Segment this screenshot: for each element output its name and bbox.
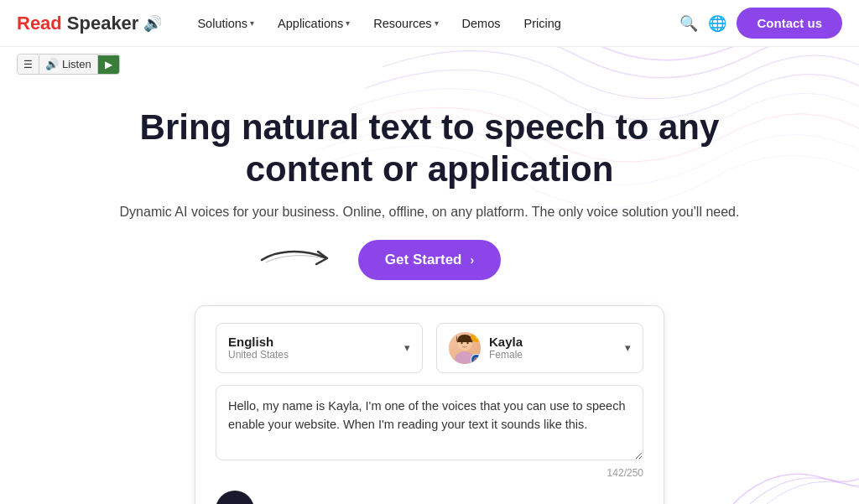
get-started-button[interactable]: Get Started › xyxy=(358,240,501,280)
nav-item-applications[interactable]: Applications ▾ xyxy=(268,12,360,35)
language-info: English United States xyxy=(228,335,289,361)
chevron-right-icon: › xyxy=(470,253,474,267)
demo-play-row: ▶ xyxy=(216,491,643,504)
hero-section: Bring natural text to speech to any cont… xyxy=(0,81,859,288)
nav-item-demos[interactable]: Demos xyxy=(452,12,511,35)
demo-card: English United States ▾ xyxy=(195,305,664,504)
logo-speaker: Speaker xyxy=(67,13,139,34)
listen-bar: ☰ 🔊 Listen ▶ xyxy=(17,54,120,75)
chevron-down-icon: ▾ xyxy=(346,18,350,28)
demo-selects: English United States ▾ xyxy=(216,323,643,373)
nav-item-pricing[interactable]: Pricing xyxy=(514,12,571,35)
navbar: ReadSpeaker 🔊 Solutions ▾ Applications ▾… xyxy=(0,0,859,47)
chevron-down-icon: ▾ xyxy=(625,341,631,354)
cta-wrapper: Get Started › xyxy=(358,240,501,280)
logo[interactable]: ReadSpeaker 🔊 xyxy=(17,13,162,34)
search-icon[interactable]: 🔍 xyxy=(679,14,698,33)
voice-info: ★ 🇺🇸 Kayla Female xyxy=(449,332,523,364)
voice-gender: Female xyxy=(489,349,523,361)
hero-heading: Bring natural text to speech to any cont… xyxy=(94,107,765,191)
logo-read: Read xyxy=(17,13,62,34)
listen-forward-button[interactable]: ▶ xyxy=(98,55,119,74)
speaker-icon: 🔊 xyxy=(45,58,59,70)
chevron-down-icon: ▾ xyxy=(250,18,254,28)
us-flag-icon: 🇺🇸 xyxy=(471,354,481,364)
contact-button[interactable]: Contact us xyxy=(737,8,842,39)
hero-subheading: Dynamic AI voices for your business. Onl… xyxy=(34,205,825,220)
language-label: English xyxy=(228,335,289,349)
logo-sound-icon: 🔊 xyxy=(143,14,162,33)
nav-actions: 🔍 🌐 Contact us xyxy=(679,8,842,39)
play-icon: ▶ xyxy=(231,501,242,504)
svg-point-3 xyxy=(466,342,468,344)
voice-select[interactable]: ★ 🇺🇸 Kayla Female ▾ xyxy=(436,323,643,373)
listen-play-button[interactable]: 🔊 Listen xyxy=(39,55,98,74)
arrow-decoration xyxy=(258,239,350,281)
listen-menu-button[interactable]: ☰ xyxy=(18,55,39,74)
demo-play-button[interactable]: ▶ xyxy=(216,491,254,504)
chevron-down-icon: ▾ xyxy=(435,18,439,28)
svg-text:★: ★ xyxy=(475,334,479,339)
voice-avatar: ★ 🇺🇸 xyxy=(449,332,481,364)
language-sub: United States xyxy=(228,349,289,361)
voice-badge: ★ xyxy=(471,332,481,342)
nav-links: Solutions ▾ Applications ▾ Resources ▾ D… xyxy=(187,12,679,35)
demo-textarea[interactable]: Hello, my name is Kayla, I'm one of the … xyxy=(216,385,643,460)
svg-point-2 xyxy=(461,342,462,344)
chevron-down-icon: ▾ xyxy=(404,341,410,354)
nav-item-solutions[interactable]: Solutions ▾ xyxy=(187,12,264,35)
language-select[interactable]: English United States ▾ xyxy=(216,323,423,373)
globe-icon[interactable]: 🌐 xyxy=(708,14,726,33)
voice-name: Kayla xyxy=(489,335,523,349)
nav-item-resources[interactable]: Resources ▾ xyxy=(363,12,448,35)
char-count: 142/250 xyxy=(216,467,643,479)
